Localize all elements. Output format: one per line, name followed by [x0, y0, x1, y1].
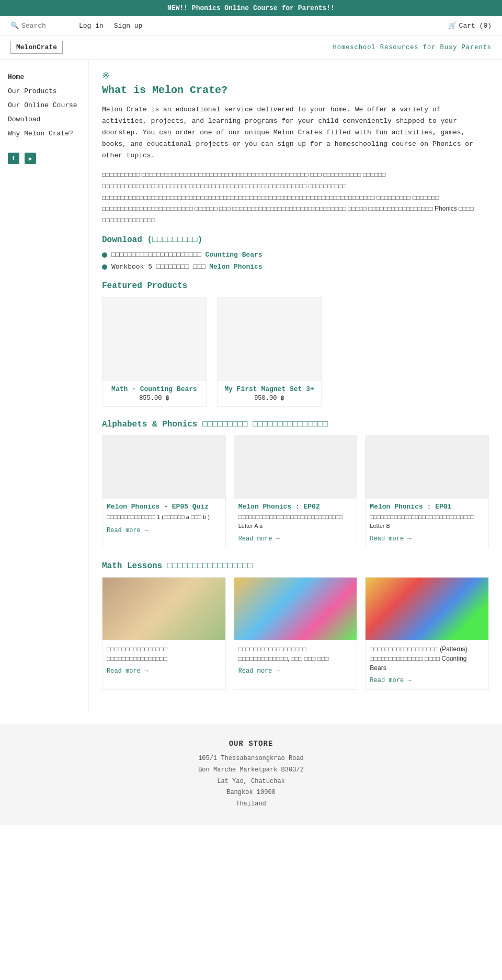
phonics-desc: □□□□□□□□□□□□□□ 1 (□□□□□□ a □□□ b ) [102, 513, 225, 525]
main-layout: Home Our Products Our Online Course Down… [0, 60, 502, 713]
product-price: 855.00 ฿ [102, 394, 206, 406]
footer-address: 105/1 Thessabansongkrao Road Bon Marche … [10, 753, 492, 810]
product-card[interactable]: My First Magnet Set 3+ 950.00 ฿ [217, 297, 322, 407]
sidebar-item-products[interactable]: Our Products [8, 84, 81, 98]
phonics-image [102, 436, 225, 499]
product-price: 950.00 ฿ [218, 394, 321, 406]
phonics-image [366, 436, 488, 499]
cart-icon: 🛒 [448, 21, 457, 30]
math-grid: □□□□□□□□□□□□□□□□ □□□□□□□□□□□□□□□□ Read m… [102, 577, 489, 690]
phonics-desc: □□□□□□□□□□□□□□□□□□□□□□□□□□□□□□ Letter B [366, 513, 488, 533]
footer: OUR STORE 105/1 Thessabansongkrao Road B… [0, 724, 502, 825]
math-section-title: Math Lessons □□□□□□□□□□□□□□□□□ [102, 561, 489, 571]
search-icon: 🔍 [10, 21, 19, 30]
facebook-icon[interactable]: f [8, 153, 19, 164]
phonics-title: Melon Phonics : EP02 [234, 499, 357, 513]
read-more-link[interactable]: Read more → [366, 675, 488, 689]
bullet-icon [102, 252, 107, 258]
math-card: □□□□□□□□□□□□□□□□□□ (Patterns) □□□□□□□□□□… [365, 577, 489, 690]
login-link[interactable]: Log in [79, 22, 104, 30]
read-more-link[interactable]: Read more → [366, 533, 488, 548]
footer-store-title: OUR STORE [10, 740, 492, 748]
sidebar-item-why[interactable]: Why Melon Crate? [8, 126, 81, 141]
phonics-card: Melon Phonics - EP05 Quiz □□□□□□□□□□□□□□… [102, 435, 226, 548]
sidebar-item-home[interactable]: Home [8, 70, 81, 84]
math-image [366, 578, 488, 640]
sidebar-item-online-course[interactable]: Our Online Course [8, 98, 81, 112]
product-image [102, 297, 206, 381]
sidebar-divider [8, 146, 81, 146]
featured-products-title: Featured Products [102, 281, 489, 291]
search-input[interactable] [21, 22, 63, 30]
products-grid: Math - Counting Bears 855.00 ฿ My First … [102, 297, 489, 407]
math-image [234, 578, 357, 640]
math-desc: □□□□□□□□□□□□□□□□□□ (Patterns) □□□□□□□□□□… [366, 640, 488, 675]
sidebar: Home Our Products Our Online Course Down… [0, 60, 89, 713]
phonics-grid: Melon Phonics - EP05 Quiz □□□□□□□□□□□□□□… [102, 435, 489, 548]
youtube-icon[interactable]: ▶ [25, 153, 36, 164]
read-more-link[interactable]: Read more → [102, 525, 225, 539]
list-item: Workbook 5 □□□□□□□□ □□□ Melon Phonics [102, 263, 489, 271]
nav-links: Log in Sign up [79, 22, 142, 30]
download-list: □□□□□□□□□□□□□□□□□□□□□□ Counting Bears Wo… [102, 251, 489, 271]
logo[interactable]: MelonCrate [10, 41, 63, 54]
nav-bar: 🔍 Log in Sign up 🛒 Cart (0) [0, 16, 502, 36]
bullet-icon [102, 264, 107, 270]
counting-bears-link[interactable]: Counting Bears [205, 251, 262, 259]
read-more-link[interactable]: Read more → [102, 665, 225, 680]
download-section-title: Download (□□□□□□□□□) [102, 235, 489, 245]
phonics-card: Melon Phonics : EP01 □□□□□□□□□□□□□□□□□□□… [365, 435, 489, 548]
read-more-link[interactable]: Read more → [234, 665, 357, 680]
product-card[interactable]: Math - Counting Bears 855.00 ฿ [102, 297, 207, 407]
product-name: Math - Counting Bears [102, 381, 206, 394]
breadcrumb: ※ [102, 70, 489, 82]
melon-phonics-link[interactable]: Melon Phonics [209, 263, 262, 271]
phonics-image [234, 436, 357, 499]
product-image [218, 297, 321, 381]
phonics-desc: □□□□□□□□□□□□□□□□□□□□□□□□□□□□□□ Letter A … [234, 513, 357, 533]
math-desc: □□□□□□□□□□□□□□□□□□ □□□□□□□□□□□□□, □□□ □□… [234, 640, 357, 665]
search-container[interactable]: 🔍 [10, 21, 63, 30]
product-name: My First Magnet Set 3+ [218, 381, 321, 394]
math-card: □□□□□□□□□□□□□□□□□□ □□□□□□□□□□□□□, □□□ □□… [234, 577, 358, 690]
top-banner: NEW!! Phonics Online Course for Parents!… [0, 0, 502, 16]
phonics-section-title: Alphabets & Phonics □□□□□□□□□ □□□□□□□□□□… [102, 420, 489, 429]
math-card: □□□□□□□□□□□□□□□□ □□□□□□□□□□□□□□□□ Read m… [102, 577, 226, 690]
phonics-title: Melon Phonics - EP05 Quiz [102, 499, 225, 513]
phonics-card: Melon Phonics : EP02 □□□□□□□□□□□□□□□□□□□… [234, 435, 358, 548]
thai-intro-text: □□□□□□□□□□ □□□□□□□□□□□□□□□□□□□□□□□□□□□□□… [102, 169, 489, 226]
signup-link[interactable]: Sign up [114, 22, 143, 30]
sidebar-item-download[interactable]: Download [8, 112, 81, 126]
list-item: □□□□□□□□□□□□□□□□□□□□□□ Counting Bears [102, 251, 489, 259]
logo-bar: MelonCrate Homeschool Resources for Busy… [0, 36, 502, 60]
page-title: What is Melon Crate? [102, 84, 489, 96]
cart-button[interactable]: 🛒 Cart (0) [448, 21, 492, 30]
sidebar-socials: f ▶ [8, 153, 81, 164]
main-content: ※ What is Melon Crate? Melon Crate is an… [89, 60, 502, 713]
math-desc: □□□□□□□□□□□□□□□□ □□□□□□□□□□□□□□□□ [102, 640, 225, 665]
math-image [102, 578, 225, 640]
read-more-link[interactable]: Read more → [234, 533, 357, 548]
phonics-title: Melon Phonics : EP01 [366, 499, 488, 513]
sidebar-nav: Home Our Products Our Online Course Down… [8, 70, 81, 141]
logo-subtitle: Homeschool Resources for Busy Parents [333, 44, 492, 51]
intro-text: Melon Crate is an educational service de… [102, 104, 489, 162]
